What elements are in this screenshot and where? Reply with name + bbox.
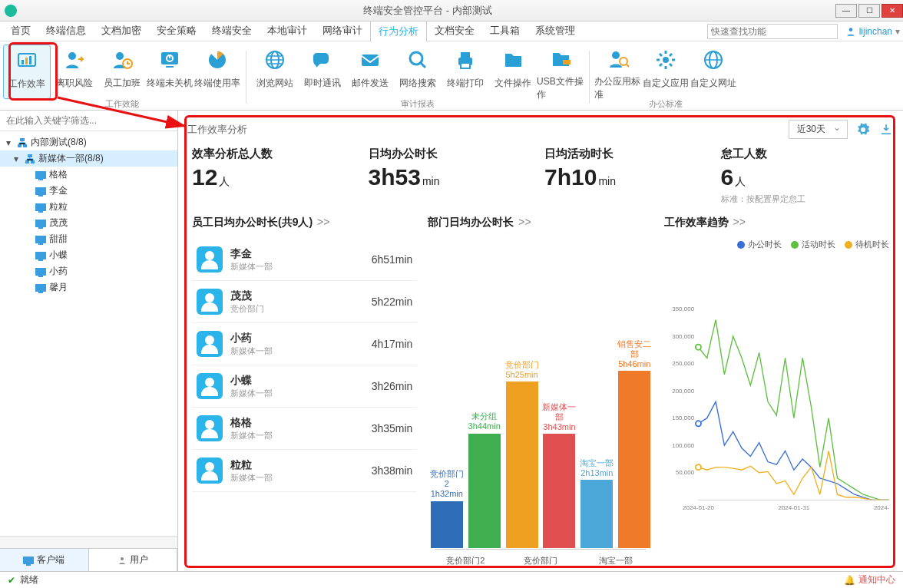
tree-member[interactable]: 粒粒 (0, 199, 177, 215)
search-input[interactable] (707, 24, 838, 39)
ribbon-item[interactable]: 邮件发送 (346, 45, 394, 99)
download-icon[interactable] (878, 122, 894, 137)
ribbon-item[interactable]: 浏览网站 (251, 45, 299, 99)
ribbon: 工作效率离职风险员工加班终端未关机终端使用率工作效能 浏览网站即时通讯邮件发送网… (0, 41, 903, 111)
tree-member[interactable]: 小药 (0, 263, 177, 279)
svg-text:2024-01-20: 2024-01-20 (683, 504, 714, 511)
avatar-icon (197, 458, 223, 484)
ribbon-icon (310, 48, 335, 72)
tree-member[interactable]: 李金 (0, 183, 177, 199)
bar: 竞价部门5h25min (503, 360, 541, 548)
ribbon-item[interactable]: 办公应用标准 (594, 45, 642, 99)
gear-icon[interactable] (855, 122, 871, 137)
menu-tab[interactable]: 网络审计 (315, 21, 370, 41)
ribbon-icon (501, 48, 525, 72)
date-range-select[interactable]: 近30天 (789, 120, 848, 139)
minimize-button[interactable]: — (835, 4, 857, 18)
menu-tab[interactable]: 首页 (3, 21, 38, 41)
bar: 销售安二部5h46min (616, 339, 653, 548)
svg-text:250,000: 250,000 (672, 360, 694, 367)
ribbon-item[interactable]: 自定义应用 (642, 45, 690, 99)
ribbon-item[interactable]: 终端打印 (442, 45, 489, 99)
pc-icon (35, 252, 46, 259)
ribbon-item[interactable]: 即时通讯 (299, 45, 346, 99)
employee-row[interactable]: 格格新媒体一部3h35min (192, 408, 417, 450)
avatar-icon (197, 246, 223, 273)
tree-member[interactable]: 小蝶 (0, 247, 177, 263)
ribbon-group-label: 办公标准 (594, 98, 737, 110)
panel-employee-hours: 员工日均办公时长(共9人) >> 李金新媒体一部6h51min茂茂竞价部门5h2… (192, 216, 417, 571)
ribbon-group-label: 审计报表 (251, 98, 584, 110)
tree-member[interactable]: 格格 (0, 167, 177, 183)
bar: 淘宝一部2h13min (578, 458, 616, 548)
svg-point-14 (410, 52, 422, 64)
employee-row[interactable]: 茂茂竞价部门5h22min (192, 281, 417, 323)
maximize-button[interactable]: ☐ (858, 4, 880, 18)
tree-filter-input[interactable] (0, 111, 177, 131)
employee-row[interactable]: 李金新媒体一部6h51min (192, 239, 417, 281)
avatar-icon (197, 415, 223, 441)
svg-rect-25 (18, 144, 22, 147)
user-menu[interactable]: lijinchan ▾ (845, 26, 900, 37)
avatar-icon (197, 373, 223, 399)
menu-tab[interactable]: 文档安全 (427, 21, 482, 41)
ribbon-icon (701, 48, 726, 72)
menubar: 首页终端信息文档加密安全策略终端安全本地审计网络审计行为分析文档安全工具箱系统管… (0, 21, 903, 41)
svg-rect-16 (461, 52, 470, 58)
bar: 新媒体一部3h43min (541, 402, 578, 548)
tree-root[interactable]: ▾ 内部测试(8/8) (0, 134, 177, 150)
ribbon-icon (263, 48, 287, 72)
menu-tab[interactable]: 终端安全 (204, 21, 260, 41)
menu-tab[interactable]: 行为分析 (370, 21, 427, 41)
menu-tab[interactable]: 安全策略 (149, 21, 204, 41)
tree-member[interactable]: 甜甜 (0, 231, 177, 247)
svg-rect-26 (23, 144, 27, 147)
ribbon-item[interactable]: 终端使用率 (194, 45, 241, 99)
menu-tab[interactable]: 工具箱 (482, 21, 528, 41)
org-icon (17, 137, 28, 148)
ribbon-item[interactable]: 文件操作 (489, 45, 537, 99)
close-button[interactable]: ✕ (882, 4, 903, 18)
menu-tab[interactable]: 终端信息 (38, 21, 94, 41)
menu-tab[interactable]: 系统管理 (528, 21, 583, 41)
ribbon-item[interactable]: 网络搜索 (394, 45, 442, 99)
menu-tab[interactable]: 本地审计 (260, 21, 315, 41)
ribbon-item[interactable]: USB文件操作 (537, 45, 584, 99)
employee-row[interactable]: 小药新媒体一部4h17min (192, 323, 417, 365)
scrollbar[interactable] (0, 536, 177, 548)
svg-text:350,000: 350,000 (672, 306, 694, 312)
ribbon-item[interactable]: 离职风险 (51, 45, 98, 99)
tree-group[interactable]: ▾ 新媒体一部(8/8) (0, 150, 177, 167)
tree-member[interactable]: 馨月 (0, 279, 177, 296)
page-title: 工作效率分析 (187, 123, 247, 137)
svg-point-6 (116, 52, 124, 60)
employee-row[interactable]: 粒粒新媒体一部3h38min (192, 450, 417, 492)
tree: ▾ 内部测试(8/8)▾ 新媒体一部(8/8) 格格 李金 粒粒 茂茂 甜甜 小… (0, 131, 177, 536)
svg-rect-9 (166, 66, 174, 68)
svg-rect-4 (29, 56, 31, 64)
svg-rect-28 (25, 160, 29, 164)
ribbon-item[interactable]: 自定义网址 (690, 45, 737, 99)
tree-member[interactable]: 茂茂 (0, 215, 177, 231)
svg-point-38 (696, 345, 701, 350)
sidebar: ▾ 内部测试(8/8)▾ 新媒体一部(8/8) 格格 李金 粒粒 茂茂 甜甜 小… (0, 111, 178, 571)
tab-client[interactable]: 客户端 (0, 549, 89, 571)
ribbon-item[interactable]: 工作效率 (3, 45, 51, 99)
tab-user[interactable]: 用户 (89, 549, 178, 571)
bar: 未分组3h44min (465, 411, 503, 548)
svg-point-40 (696, 464, 701, 470)
menu-tab[interactable]: 文档加密 (94, 21, 149, 41)
ribbon-item[interactable]: 员工加班 (98, 45, 146, 99)
panel-trend: 工作效率趋势 >> 办公时长 活动时长 待机时长 50,000100,00015… (664, 216, 889, 571)
svg-point-21 (663, 57, 669, 63)
user-icon (117, 556, 127, 565)
summary-card: 日均活动时长7h10min (544, 147, 713, 205)
client-icon (23, 557, 34, 564)
window-title: 终端安全管控平台 - 内部测试 (22, 4, 834, 18)
notification-center[interactable]: 🔔 通知中心 (844, 573, 895, 586)
svg-text:2024-01-31: 2024-01-31 (778, 504, 809, 511)
pc-icon (35, 171, 46, 179)
svg-rect-3 (25, 58, 28, 64)
ribbon-item[interactable]: 终端未关机 (146, 45, 194, 99)
employee-row[interactable]: 小蝶新媒体一部3h26min (192, 365, 417, 408)
